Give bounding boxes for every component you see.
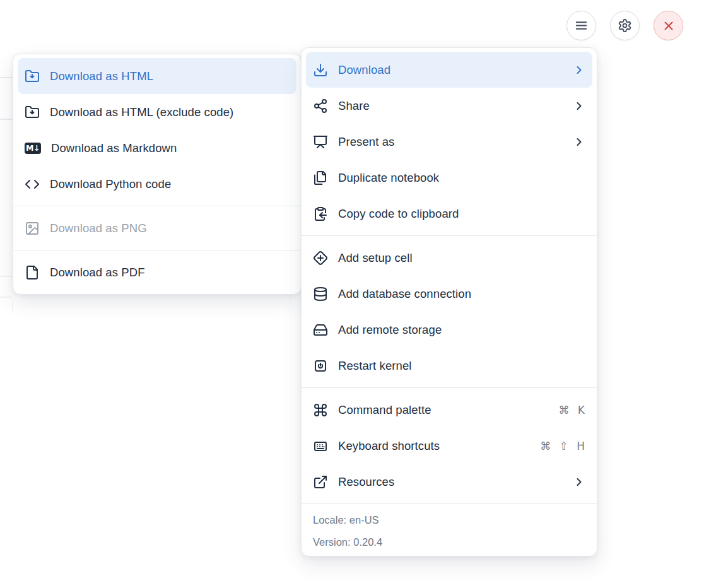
- keyboard-icon: [313, 438, 328, 454]
- menu-item-restart-kernel[interactable]: Restart kernel: [302, 348, 597, 384]
- menu-item-label: Add remote storage: [338, 323, 585, 337]
- menu-item-add-remote-storage[interactable]: Add remote storage: [302, 312, 597, 348]
- menu-item-label: Download as PDF: [50, 266, 290, 279]
- background-row-line: [0, 297, 12, 298]
- chevron-right-icon: [573, 100, 585, 112]
- menu-item-download-as-html-exclude-code[interactable]: Download as HTML (exclude code): [13, 94, 301, 130]
- download-submenu: Download as HTML Download as HTML (exclu…: [13, 54, 302, 295]
- menu-item-download-as-png[interactable]: Download as PNG: [13, 210, 301, 246]
- menu-item-label: Download as HTML (exclude code): [50, 105, 290, 119]
- menu-item-add-database-connection[interactable]: Add database connection: [302, 276, 597, 312]
- menu-item-download-as-markdown[interactable]: M↓ Download as Markdown: [13, 130, 301, 166]
- menu-item-copy-code-to-clipboard[interactable]: Copy code to clipboard: [302, 196, 597, 232]
- menu-item-label: Download as PNG: [50, 221, 290, 235]
- menu-footer: Locale: en-US Version: 0.20.4: [302, 503, 597, 556]
- divider: [13, 250, 301, 250]
- image-icon: [25, 221, 40, 236]
- menu-item-label: Command palette: [338, 403, 548, 417]
- menu-item-download-as-html[interactable]: Download as HTML: [18, 58, 296, 94]
- hard-drive-icon: [313, 322, 328, 338]
- close-button[interactable]: [654, 11, 683, 40]
- power-square-icon: [313, 358, 328, 373]
- menu-item-label: Restart kernel: [338, 359, 585, 373]
- menu-item-label: Copy code to clipboard: [338, 207, 585, 221]
- background-row-line: [0, 119, 13, 120]
- menu-item-duplicate-notebook[interactable]: Duplicate notebook: [302, 160, 597, 196]
- divider: [302, 387, 597, 388]
- background-column-line: [12, 302, 13, 311]
- gear-icon: [618, 18, 632, 33]
- menu-item-label: Download Python code: [50, 177, 290, 191]
- duplicate-icon: [313, 170, 328, 185]
- menu-item-share[interactable]: Share: [302, 88, 597, 124]
- settings-button[interactable]: [610, 11, 640, 40]
- menu-item-label: Download: [338, 63, 563, 77]
- command-icon: [313, 403, 328, 418]
- divider: [13, 206, 301, 206]
- file-icon: [25, 265, 40, 280]
- folder-download-icon: [25, 69, 40, 84]
- notebook-main-menu: Download Share Present as Duplicate note…: [301, 47, 597, 556]
- menu-item-download-python-code[interactable]: Download Python code: [13, 166, 301, 202]
- menu-item-download[interactable]: Download: [306, 52, 592, 88]
- menu-item-present-as[interactable]: Present as: [302, 124, 597, 160]
- download-icon: [313, 62, 328, 78]
- chevron-right-icon: [573, 476, 585, 488]
- menu-item-label: Add setup cell: [338, 251, 585, 265]
- menu-item-label: Keyboard shortcuts: [338, 439, 530, 453]
- background-row-line: [0, 276, 12, 277]
- share-icon: [313, 98, 328, 114]
- menu-item-add-setup-cell[interactable]: Add setup cell: [302, 240, 597, 276]
- version-text: Version: 0.20.4: [313, 531, 585, 553]
- close-icon: [662, 19, 676, 33]
- presentation-icon: [313, 134, 328, 150]
- folder-download-icon: [25, 105, 40, 120]
- menu-item-keyboard-shortcuts[interactable]: Keyboard shortcuts ⌘ ⇧ H: [302, 428, 597, 464]
- chevron-right-icon: [573, 136, 585, 148]
- menu-item-download-as-pdf[interactable]: Download as PDF: [13, 254, 301, 290]
- code-icon: [25, 177, 40, 192]
- markdown-badge-icon: M↓: [25, 143, 41, 154]
- background-row-line: [0, 77, 13, 78]
- hamburger-icon: [574, 18, 589, 33]
- menu-item-label: Download as Markdown: [51, 141, 290, 155]
- chevron-right-icon: [573, 64, 585, 76]
- shortcut-hint: ⌘ K: [558, 404, 585, 416]
- clipboard-copy-icon: [313, 206, 328, 221]
- menu-item-label: Download as HTML: [50, 69, 290, 83]
- database-icon: [313, 286, 328, 302]
- menu-item-label: Present as: [338, 135, 563, 149]
- menu-item-label: Resources: [338, 475, 563, 489]
- menu-item-resources[interactable]: Resources: [302, 464, 597, 500]
- menu-item-label: Add database connection: [338, 287, 585, 301]
- shortcut-hint: ⌘ ⇧ H: [540, 440, 585, 452]
- diamond-plus-icon: [313, 250, 328, 266]
- menu-item-command-palette[interactable]: Command palette ⌘ K: [302, 392, 597, 428]
- locale-text: Locale: en-US: [313, 509, 585, 531]
- menu-button[interactable]: [566, 11, 596, 40]
- menu-item-label: Duplicate notebook: [338, 171, 585, 185]
- external-link-icon: [313, 474, 328, 490]
- menu-item-label: Share: [338, 99, 563, 113]
- divider: [302, 235, 597, 236]
